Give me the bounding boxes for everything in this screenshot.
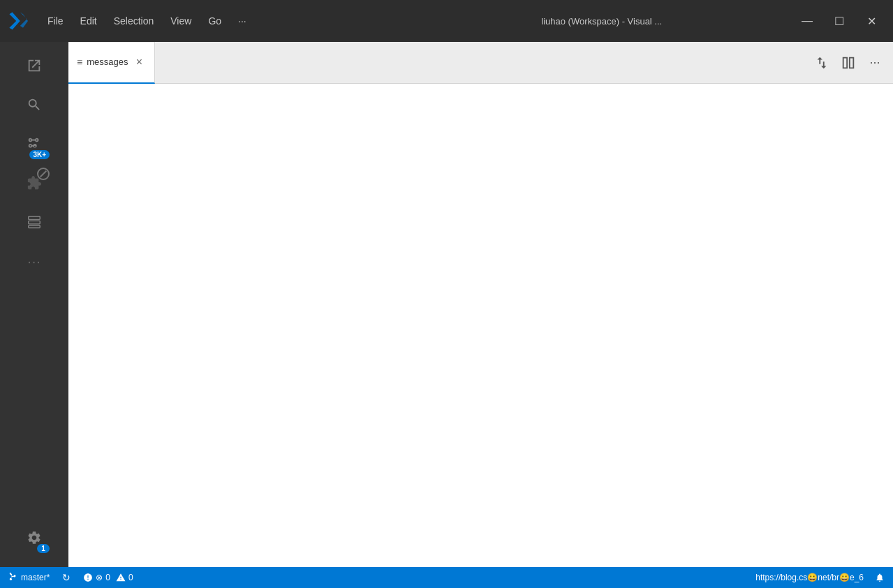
svg-rect-4 <box>29 226 40 228</box>
more-actions-icon: ··· <box>869 55 880 70</box>
activity-icon-source-control[interactable]: 3K+ <box>16 126 52 162</box>
status-bar: master* ↻ ⊗ 0 0 https://blog.cs😀net/br😀e… <box>0 567 893 588</box>
menu-file[interactable]: File <box>39 11 72 31</box>
svg-rect-2 <box>29 216 40 220</box>
notification-bell[interactable] <box>872 573 887 582</box>
compare-button[interactable] <box>809 50 834 75</box>
close-button[interactable]: ✕ <box>855 7 887 35</box>
menu-view[interactable]: View <box>162 11 200 31</box>
tab-label: messages <box>87 57 128 67</box>
more-icon: ··· <box>27 253 41 270</box>
menu-edit[interactable]: Edit <box>72 11 105 31</box>
source-control-badge: 3K+ <box>29 150 50 159</box>
more-actions-button[interactable]: ··· <box>862 50 887 75</box>
url-text: https://blog.cs😀net/br😀e_6 <box>755 573 864 582</box>
settings-badge: 1 <box>37 544 50 553</box>
maximize-button[interactable]: ☐ <box>823 7 855 35</box>
tab-bar: ≡ messages × ··· <box>68 42 893 84</box>
window-title: liuhao (Workspace) - Visual ... <box>415 16 789 27</box>
app-logo <box>6 8 31 34</box>
tab-messages[interactable]: ≡ messages × <box>68 42 155 84</box>
split-editor-button[interactable] <box>836 50 861 75</box>
menu-more[interactable]: ··· <box>230 11 255 31</box>
sync-icon: ↻ <box>62 572 71 583</box>
menu-selection[interactable]: Selection <box>105 11 163 31</box>
tab-close-button[interactable]: × <box>132 55 146 69</box>
titlebar: File Edit Selection View Go ··· liuhao (… <box>0 0 893 42</box>
svg-rect-3 <box>29 221 40 224</box>
tab-hamburger-icon: ≡ <box>77 57 82 68</box>
activity-icon-settings[interactable]: 1 <box>16 520 52 556</box>
errors-count[interactable]: ⊗ 0 0 <box>80 573 135 582</box>
sync-button[interactable]: ↻ <box>59 572 73 583</box>
editor-layout: 3K+ ··· 1 ≡ <box>0 42 893 567</box>
status-url[interactable]: https://blog.cs😀net/br😀e_6 <box>753 573 866 582</box>
tab-actions: ··· <box>809 50 893 75</box>
branch-name: master* <box>21 573 50 582</box>
activity-icon-search[interactable] <box>16 87 52 123</box>
errors-value: 0 <box>105 573 110 582</box>
warnings-value: 0 <box>128 573 133 582</box>
git-branch[interactable]: master* <box>6 573 52 582</box>
activity-icon-explorer[interactable] <box>16 47 52 84</box>
svg-marker-1 <box>20 12 28 27</box>
editor-content <box>68 84 893 567</box>
svg-marker-0 <box>9 12 20 29</box>
activity-icon-extensions-disabled[interactable] <box>16 165 52 201</box>
status-right: https://blog.cs😀net/br😀e_6 <box>753 573 887 582</box>
minimize-button[interactable]: — <box>791 7 823 35</box>
status-left: master* ↻ ⊗ 0 0 <box>6 572 136 583</box>
errors-icon: ⊗ <box>96 573 103 582</box>
activity-icon-more[interactable]: ··· <box>16 243 52 279</box>
editor-container: ≡ messages × ··· <box>68 42 893 567</box>
activity-icon-remote[interactable] <box>16 204 52 240</box>
activity-bottom: 1 <box>16 520 52 567</box>
window-controls: — ☐ ✕ <box>791 7 887 35</box>
activity-bar: 3K+ ··· 1 <box>0 42 68 567</box>
menu-go[interactable]: Go <box>200 11 230 31</box>
menu-bar: File Edit Selection View Go ··· <box>39 11 413 31</box>
